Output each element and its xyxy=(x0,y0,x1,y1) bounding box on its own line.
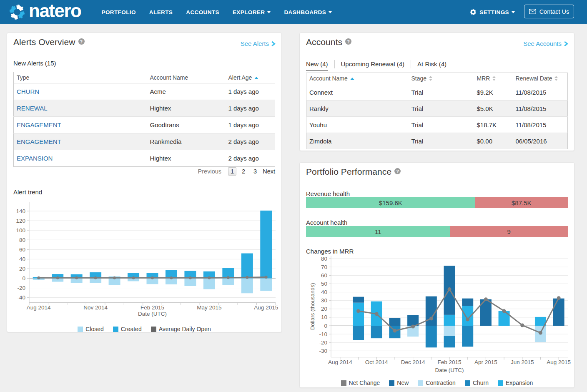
settings-menu[interactable]: SETTINGS xyxy=(470,9,515,15)
help-icon[interactable]: ? xyxy=(394,168,401,174)
point-average-daily-open[interactable] xyxy=(113,276,116,279)
bar-churn-sep-2014[interactable] xyxy=(353,326,364,340)
point-average-daily-open[interactable] xyxy=(94,276,97,279)
bar-churn-oct-2014[interactable] xyxy=(371,326,382,338)
help-icon[interactable]: ? xyxy=(78,38,85,45)
account-stage: Trial xyxy=(409,117,474,133)
bar-expansion-may-2015[interactable] xyxy=(499,311,510,326)
bar-churn-feb-2015[interactable] xyxy=(444,336,455,347)
point-average-daily-open[interactable] xyxy=(37,276,40,279)
bar-expansion-sep-2014[interactable] xyxy=(353,303,364,326)
column-header-alert-age[interactable]: Alert Age xyxy=(226,72,275,83)
legend-item-expansion[interactable]: Expansion xyxy=(498,379,533,386)
legend-item-closed[interactable]: Closed xyxy=(78,326,104,332)
point-average-daily-open[interactable] xyxy=(56,276,59,279)
contact-us-button[interactable]: Contact Us xyxy=(524,5,574,18)
portfolio-performance-title: Portfolio Performance xyxy=(306,168,391,176)
bar-created-jul-2015[interactable] xyxy=(241,254,253,279)
column-header-account-name[interactable]: Account Name xyxy=(306,73,409,84)
alerts-table-header: TypeAccount NameAlert Age xyxy=(14,72,275,83)
column-header-stage[interactable]: Stage xyxy=(409,73,474,84)
point-average-daily-open[interactable] xyxy=(208,276,211,279)
nav-item-explorer[interactable]: EXPLORER xyxy=(226,0,277,24)
point-net-change[interactable] xyxy=(375,312,379,316)
account-row: YouhuTrial$18.7K11/08/2015 xyxy=(306,117,568,133)
point-net-change[interactable] xyxy=(502,309,506,313)
point-net-change[interactable] xyxy=(356,309,360,313)
tab-new-4[interactable]: New (4) xyxy=(306,60,328,71)
point-average-daily-open[interactable] xyxy=(246,276,248,279)
accounts-table-part: ConnextTrial$9.2K11/08/2015RanklyTrial$5… xyxy=(306,84,568,149)
legend-item-net-change[interactable]: Net Change xyxy=(341,379,380,386)
point-net-change[interactable] xyxy=(484,297,488,301)
see-alerts-link[interactable]: See Alerts xyxy=(241,40,275,47)
legend-item-contraction[interactable]: Contraction xyxy=(418,379,456,386)
bar-closed-jun-2015[interactable] xyxy=(222,279,234,285)
point-average-daily-open[interactable] xyxy=(189,276,192,279)
bar-closed-may-2015[interactable] xyxy=(203,279,215,289)
pagination-previous[interactable]: Previous xyxy=(198,168,221,175)
bar-churn-mar-2015[interactable] xyxy=(462,326,473,347)
bar-closed-jul-2015[interactable] xyxy=(241,279,253,294)
brand[interactable]: natero xyxy=(9,4,81,20)
page-body: Alerts Overview ? See Alerts New Alerts … xyxy=(0,24,587,392)
bar-new-dec-2014[interactable] xyxy=(407,315,419,326)
point-net-change[interactable] xyxy=(429,317,433,320)
x-tick-label: Aug 2014 xyxy=(328,359,352,365)
see-accounts-link[interactable]: See Accounts xyxy=(523,40,568,47)
legend-item-new[interactable]: New xyxy=(389,379,409,386)
column-header-type[interactable]: Type xyxy=(14,72,147,83)
pagination-next[interactable]: Next xyxy=(263,168,275,175)
nav-item-accounts[interactable]: ACCOUNTS xyxy=(179,0,226,24)
alert-age: 1 days ago xyxy=(226,83,275,100)
legend-item-created[interactable]: Created xyxy=(113,326,142,332)
alert-type-link[interactable]: ENGAGEMENT xyxy=(14,117,147,133)
point-net-change[interactable] xyxy=(448,287,452,291)
column-header-account-name[interactable]: Account Name xyxy=(147,72,226,83)
alert-type-link[interactable]: EXPANSION xyxy=(14,150,147,167)
point-net-change[interactable] xyxy=(539,331,542,335)
pagination-page-3[interactable]: 3 xyxy=(253,168,257,175)
point-net-change[interactable] xyxy=(393,329,396,333)
bar-closed-apr-2015[interactable] xyxy=(184,279,196,286)
alert-type-link[interactable]: RENEWAL xyxy=(14,100,147,117)
nav-item-portfolio[interactable]: PORTFOLIO xyxy=(95,0,142,24)
legend-item-average-daily-open[interactable]: Average Daily Open xyxy=(151,326,211,332)
sort-asc-icon xyxy=(350,78,354,80)
help-icon[interactable]: ? xyxy=(345,38,351,45)
bar-closed-dec-2014[interactable] xyxy=(109,279,120,285)
point-average-daily-open[interactable] xyxy=(170,276,173,279)
point-net-change[interactable] xyxy=(466,317,469,321)
bar-new-aug-2015[interactable] xyxy=(553,299,564,326)
bar-new-mar-2015[interactable] xyxy=(462,299,473,306)
chevron-down-icon xyxy=(512,11,515,13)
point-net-change[interactable] xyxy=(520,323,524,327)
bar-closed-aug-2015[interactable] xyxy=(260,279,272,291)
point-average-daily-open[interactable] xyxy=(227,276,230,279)
bar-new-jan-2015[interactable] xyxy=(426,297,437,326)
pagination-page-2[interactable]: 2 xyxy=(242,168,245,175)
point-net-change[interactable] xyxy=(411,325,415,329)
point-average-daily-open[interactable] xyxy=(265,276,268,279)
alert-type-link[interactable]: ENGAGEMENT xyxy=(14,133,147,150)
bar-expansion-feb-2015[interactable] xyxy=(444,315,455,326)
column-header-renewal-date[interactable]: Renewal Date xyxy=(513,73,568,84)
bar-new-nov-2014[interactable] xyxy=(389,318,400,326)
point-average-daily-open[interactable] xyxy=(151,276,154,279)
nav-item-alerts[interactable]: ALERTS xyxy=(143,0,179,24)
point-average-daily-open[interactable] xyxy=(132,276,135,279)
alert-type-link[interactable]: CHURN xyxy=(14,83,147,100)
legend-item-churn[interactable]: Churn xyxy=(465,379,489,386)
bar-churn-jan-2015[interactable] xyxy=(426,326,437,347)
nav-item-dashboards[interactable]: DASHBOARDS xyxy=(277,0,339,24)
pagination-page-1[interactable]: 1 xyxy=(228,167,236,176)
bar-contraction-feb-2015[interactable] xyxy=(444,326,455,336)
tab-upcoming-renewal-4[interactable]: Upcoming Renewal (4) xyxy=(341,60,405,71)
account-renewal-date: 06/05/2016 xyxy=(513,133,568,149)
column-header-mrr[interactable]: MRR xyxy=(474,73,513,84)
point-net-change[interactable] xyxy=(557,296,561,300)
tab-at-risk-4[interactable]: At Risk (4) xyxy=(417,60,447,71)
bar-created-aug-2015[interactable] xyxy=(260,211,272,279)
point-average-daily-open[interactable] xyxy=(75,276,78,279)
bar-new-sep-2014[interactable] xyxy=(353,297,364,303)
